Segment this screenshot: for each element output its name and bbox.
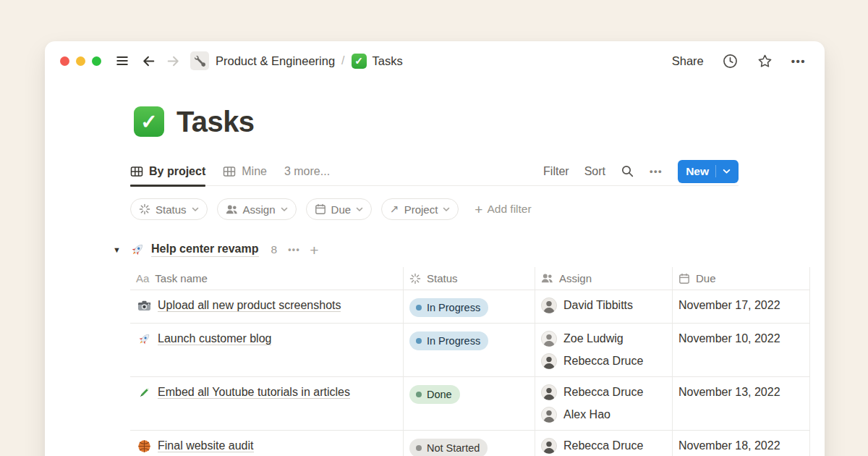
assignee[interactable]: Rebecca Druce	[541, 436, 666, 455]
chevron-down-icon	[443, 207, 450, 212]
more-views-link[interactable]: 3 more...	[284, 165, 330, 178]
forward-arrow-icon[interactable]	[166, 54, 181, 69]
column-label: Task name	[155, 272, 208, 284]
due-cell[interactable]: November 13, 2022	[673, 377, 810, 430]
minimize-window-button[interactable]	[76, 56, 85, 66]
clock-icon[interactable]	[722, 53, 739, 69]
status-dot-icon	[416, 392, 422, 397]
task-cell[interactable]: Embed all Youtube tutorials in articles	[130, 377, 404, 430]
table-view-icon	[223, 165, 236, 178]
share-button[interactable]: Share	[672, 54, 704, 68]
column-header-status[interactable]: Status	[404, 267, 535, 290]
window-topbar: Product & Engineering / ✓ Tasks Share ••…	[45, 41, 825, 80]
tasks-table: Aa Task name Status Assign	[130, 267, 810, 456]
status-badge[interactable]: In Progress	[409, 332, 488, 350]
more-options-icon[interactable]: •••	[791, 55, 806, 67]
task-title[interactable]: Upload all new product screenshots	[158, 296, 341, 315]
add-filter-button[interactable]: + Add filter	[475, 203, 531, 216]
table-view-icon	[130, 165, 143, 178]
task-title[interactable]: Launch customer blog	[158, 329, 271, 348]
search-icon[interactable]	[621, 164, 634, 178]
page-content: ✓ Tasks By project Mine 3 more...	[45, 105, 825, 456]
task-cell[interactable]: Final website audit	[130, 431, 404, 456]
star-icon[interactable]	[757, 53, 773, 69]
sort-button[interactable]: Sort	[584, 165, 605, 178]
check-page-icon: ✓	[352, 54, 367, 69]
back-arrow-icon[interactable]	[141, 54, 156, 69]
task-cell[interactable]: Launch customer blog	[130, 324, 404, 376]
page-header: ✓ Tasks	[130, 105, 810, 138]
assign-cell[interactable]: David Tibbitts	[535, 290, 673, 323]
filter-chip-project[interactable]: ↗ Project	[381, 198, 459, 220]
tab-mine[interactable]: Mine	[223, 157, 267, 186]
due-cell[interactable]: November 17, 2022	[673, 290, 810, 323]
group-header: ▼ Help center revamp 8 ••• +	[113, 238, 810, 261]
status-badge[interactable]: In Progress	[409, 298, 488, 317]
filter-chip-assign[interactable]: Assign	[217, 198, 297, 220]
new-button-divider	[715, 165, 716, 177]
due-cell[interactable]: November 10, 2022	[673, 324, 810, 376]
view-options-icon[interactable]: •••	[650, 166, 663, 177]
status-dot-icon	[416, 305, 422, 311]
assignee[interactable]: Rebecca Druce	[541, 383, 666, 402]
status-badge[interactable]: Not Started	[409, 439, 488, 456]
window-controls	[60, 56, 101, 66]
group-title[interactable]: Help center revamp	[151, 242, 259, 257]
status-cell[interactable]: Not Started	[404, 431, 535, 456]
tab-label: Mine	[242, 165, 267, 178]
column-label: Due	[696, 272, 716, 284]
chevron-down-icon	[281, 207, 288, 212]
people-icon	[226, 204, 238, 215]
status-dot-icon	[416, 338, 422, 344]
topbar-actions: Share •••	[672, 53, 806, 69]
group-add-icon[interactable]: +	[310, 242, 318, 258]
table-header-row: Aa Task name Status Assign	[130, 267, 810, 290]
close-window-button[interactable]	[60, 56, 69, 66]
assignee-name: Zoe Ludwig	[563, 332, 624, 345]
column-header-assign[interactable]: Assign	[535, 267, 673, 290]
breadcrumb-page[interactable]: Tasks	[373, 54, 403, 68]
status-cell[interactable]: In Progress	[404, 290, 535, 323]
status-label: In Progress	[427, 335, 480, 347]
column-header-due[interactable]: Due	[673, 267, 810, 290]
avatar	[541, 297, 557, 313]
status-badge[interactable]: Done	[409, 385, 460, 404]
plus-icon: +	[475, 203, 482, 216]
assignee[interactable]: Alex Hao	[541, 405, 666, 424]
breadcrumb-workspace[interactable]: Product & Engineering	[216, 54, 335, 68]
filter-chip-due[interactable]: Due	[306, 198, 373, 220]
due-cell[interactable]: November 18, 2022 → November 20, 2022	[673, 431, 810, 456]
check-page-icon-large[interactable]: ✓	[134, 106, 164, 137]
avatar	[541, 384, 557, 400]
assign-cell[interactable]: Zoe Ludwig Rebecca Druce	[535, 324, 673, 376]
assign-cell[interactable]: Rebecca Druce	[535, 431, 673, 456]
new-button[interactable]: New	[678, 160, 739, 183]
people-icon	[541, 273, 553, 284]
task-cell[interactable]: Upload all new product screenshots	[130, 290, 404, 323]
collapse-triangle-icon[interactable]: ▼	[113, 245, 130, 254]
column-header-task-name[interactable]: Aa Task name	[130, 267, 404, 290]
status-cell[interactable]: Done	[404, 377, 535, 430]
camera-icon	[137, 299, 151, 313]
group-options-icon[interactable]: •••	[288, 245, 300, 255]
tab-by-project[interactable]: By project	[130, 157, 205, 186]
filter-button[interactable]: Filter	[543, 165, 569, 178]
workspace-breadcrumb-item[interactable]	[190, 51, 209, 70]
avatar	[541, 331, 557, 347]
assignee[interactable]: David Tibbitts	[541, 296, 666, 315]
page-title[interactable]: Tasks	[176, 106, 254, 138]
filter-chip-status[interactable]: Status	[130, 198, 208, 220]
table-row: Launch customer blog In Progress Zoe Lud…	[130, 324, 810, 377]
chevron-down-icon[interactable]	[723, 169, 731, 174]
assignee[interactable]: Zoe Ludwig	[541, 329, 666, 348]
tab-label: By project	[149, 165, 205, 178]
status-cell[interactable]: In Progress	[404, 324, 535, 376]
assignee[interactable]: Rebecca Druce	[541, 352, 666, 371]
task-title[interactable]: Embed all Youtube tutorials in articles	[158, 383, 350, 402]
sidebar-menu-icon[interactable]	[114, 53, 130, 69]
zoom-window-button[interactable]	[92, 56, 101, 66]
assign-cell[interactable]: Rebecca Druce Alex Hao	[535, 377, 673, 430]
task-title[interactable]: Final website audit	[158, 436, 254, 455]
view-toolbar: By project Mine 3 more... Filter Sort ••…	[130, 157, 739, 186]
chip-label: Due	[331, 203, 352, 216]
